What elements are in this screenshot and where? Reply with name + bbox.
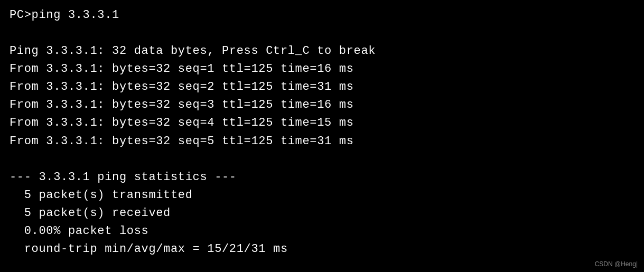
blank-line-1 [10, 24, 634, 42]
blank-line-2 [10, 151, 634, 168]
command-line: PC>ping 3.3.3.1 [10, 6, 634, 24]
terminal-window: PC>ping 3.3.3.1 Ping 3.3.3.1: 32 data by… [0, 0, 644, 272]
ping-seq3-line: From 3.3.3.1: bytes=32 seq=3 ttl=125 tim… [10, 96, 634, 114]
rtt-line: round-trip min/avg/max = 15/21/31 ms [10, 240, 634, 258]
watermark-text: CSDN @Heng| [595, 260, 638, 268]
ping-seq2-line: From 3.3.3.1: bytes=32 seq=2 ttl=125 tim… [10, 78, 634, 96]
received-line: 5 packet(s) received [10, 204, 634, 222]
ping-header-line: Ping 3.3.3.1: 32 data bytes, Press Ctrl_… [10, 42, 634, 60]
ping-seq5-line: From 3.3.3.1: bytes=32 seq=5 ttl=125 tim… [10, 133, 634, 151]
ping-seq1-line: From 3.3.3.1: bytes=32 seq=1 ttl=125 tim… [10, 60, 634, 78]
loss-line: 0.00% packet loss [10, 222, 634, 240]
stats-header-line: --- 3.3.3.1 ping statistics --- [10, 168, 634, 186]
transmitted-line: 5 packet(s) transmitted [10, 186, 634, 204]
ping-seq4-line: From 3.3.3.1: bytes=32 seq=4 ttl=125 tim… [10, 114, 634, 132]
